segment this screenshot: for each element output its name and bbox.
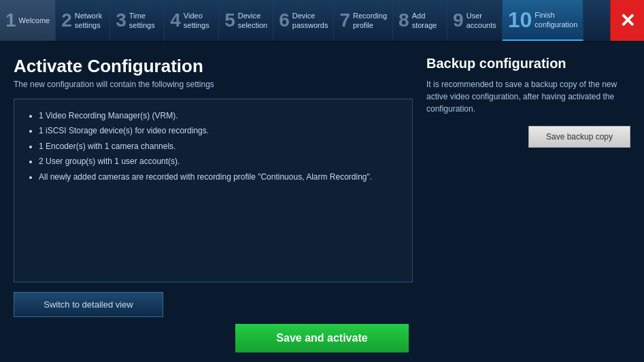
switch-to-detailed-button[interactable]: Switch to detailed view — [14, 292, 163, 317]
nav-item-recording[interactable]: 7 Recordingprofile — [334, 0, 393, 41]
nav-item-welcome[interactable]: 1 Welcome — [0, 0, 56, 41]
config-item-5: All newly added cameras are recorded wit… — [39, 170, 400, 184]
left-panel: Activate Configuration The new configura… — [14, 56, 413, 317]
nav-label-welcome: Welcome — [19, 16, 50, 25]
panel-title: Activate Configuration — [14, 56, 413, 77]
nav-number-5: 5 — [224, 11, 235, 30]
bottom-bar: Save and activate — [0, 324, 644, 362]
right-panel: Backup configuration It is recommended t… — [426, 56, 630, 317]
backup-title: Backup configuration — [426, 56, 630, 71]
config-item-3: 1 Encoder(s) with 1 camera channels. — [39, 139, 400, 153]
nav-label-device-selection: Deviceselection — [238, 11, 267, 31]
nav-label-recording: Recordingprofile — [353, 11, 387, 31]
panels-row: Activate Configuration The new configura… — [0, 42, 644, 324]
nav-label-storage: Addstorage — [412, 11, 437, 31]
backup-description: It is recommended to save a backup copy … — [426, 78, 630, 115]
nav-item-storage[interactable]: 8 Addstorage — [393, 0, 447, 41]
nav-label-network: Networksettings — [75, 11, 102, 31]
save-backup-button[interactable]: Save backup copy — [528, 126, 630, 148]
content-wrapper: Activate Configuration The new configura… — [0, 42, 644, 362]
nav-item-finish[interactable]: 10 Finishconfiguration — [503, 0, 584, 41]
config-item-2: 1 iSCSI Storage device(s) for video reco… — [39, 124, 400, 137]
nav-number-3: 3 — [116, 11, 126, 30]
config-item-1: 1 Video Recording Manager(s) (VRM). — [39, 109, 400, 122]
nav-item-time[interactable]: 3 Timesettings — [110, 0, 165, 41]
nav-number-7: 7 — [339, 11, 350, 30]
top-nav: 1 Welcome 2 Networksettings 3 Timesettin… — [0, 0, 644, 42]
nav-number-1: 1 — [5, 11, 16, 30]
nav-number-2: 2 — [61, 11, 72, 30]
close-icon: ✕ — [620, 10, 635, 32]
nav-label-time: Timesettings — [129, 11, 155, 31]
nav-label-user-accounts: Useraccounts — [467, 11, 496, 31]
config-list: 1 Video Recording Manager(s) (VRM). 1 iS… — [27, 109, 400, 184]
nav-number-10: 10 — [508, 9, 532, 31]
nav-number-8: 8 — [399, 11, 409, 30]
nav-label-finish: Finishconfiguration — [535, 10, 577, 30]
nav-label-video: Videosettings — [184, 11, 209, 31]
save-and-activate-button[interactable]: Save and activate — [235, 324, 408, 352]
nav-number-6: 6 — [279, 11, 290, 30]
panel-subtitle: The new configuration will contain the f… — [14, 80, 413, 89]
config-item-4: 2 User group(s) with 1 user account(s). — [39, 154, 400, 168]
nav-number-9: 9 — [453, 11, 464, 30]
nav-number-4: 4 — [170, 11, 181, 30]
nav-item-device-passwords[interactable]: 6 Devicepasswords — [273, 0, 334, 41]
nav-label-device-passwords: Devicepasswords — [292, 11, 328, 31]
close-button[interactable]: ✕ — [610, 0, 644, 41]
nav-item-user-accounts[interactable]: 9 Useraccounts — [447, 0, 503, 41]
nav-item-video[interactable]: 4 Videosettings — [165, 0, 219, 41]
nav-item-device-selection[interactable]: 5 Deviceselection — [219, 0, 273, 41]
nav-item-network[interactable]: 2 Networksettings — [56, 0, 110, 41]
config-box: 1 Video Recording Manager(s) (VRM). 1 iS… — [14, 99, 413, 282]
